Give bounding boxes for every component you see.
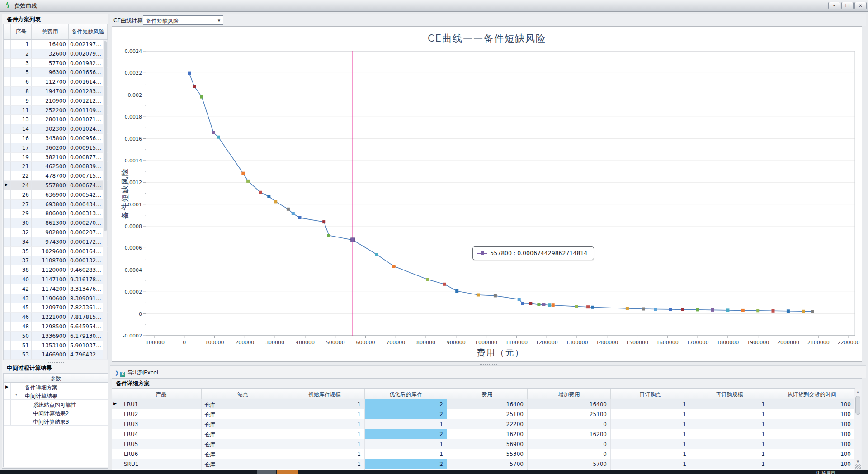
spare-plan-row[interactable]: 4512097007.823361... — [4, 303, 108, 313]
os-taskbar[interactable]: 0:04 周四 — [0, 470, 868, 474]
spare-plan-row[interactable]: 329028000.000207... — [4, 228, 108, 237]
spare-plan-row[interactable]: 3510296000.000164... — [4, 247, 108, 256]
tree-rows: ▶备件详细方案▾中间计算结果系统站点的可靠性中间计算结果2中间计算结果3 — [4, 383, 108, 426]
spare-plan-row[interactable]: 266369000.000542... — [4, 190, 108, 200]
serial-cell: 32 — [11, 228, 32, 237]
spare-plan-row[interactable]: 81947000.001283... — [4, 87, 108, 96]
tree-item[interactable]: 系统站点的可靠性 — [4, 400, 108, 408]
svg-text:0: 0 — [183, 340, 186, 346]
tree-collapse-icon[interactable]: ▾ — [15, 393, 17, 397]
spare-plan-row[interactable]: 3577000.001982... — [4, 59, 108, 68]
ce-curve-chart[interactable]: -0.000200.00020.00040.00060.00080.0010.0… — [112, 27, 863, 362]
taskbar-item[interactable] — [257, 470, 276, 474]
detail-plan-row[interactable]: SRU1仓库125700570011100 — [112, 459, 855, 469]
detail-plan-row[interactable]: LRU2仓库12251002510011100 — [112, 409, 855, 419]
svg-text:500000: 500000 — [326, 340, 345, 346]
spare-plan-row[interactable]: 143023000.001024... — [4, 124, 108, 134]
svg-text:1800000: 1800000 — [717, 340, 739, 346]
spare-plan-row[interactable]: 308613000.000270... — [4, 218, 108, 228]
resize-grip[interactable] — [855, 464, 861, 469]
cost-cell: 22200 — [447, 419, 528, 429]
risk-cell: 0.001071... — [69, 115, 108, 124]
cost-cell: 16200 — [447, 429, 528, 439]
left-scrollbar-thumb[interactable] — [104, 41, 107, 231]
detail-plan-row[interactable]: LRU3仓库1122200011100 — [112, 419, 855, 429]
spare-plan-row[interactable]: 3711087000.000132... — [4, 256, 108, 265]
export-to-excel-button[interactable]: ❯X导出到Excel — [114, 368, 162, 377]
current-row-icon — [4, 134, 11, 143]
optimized-stock-cell: 1 — [365, 439, 447, 449]
spare-plan-row[interactable]: 298060000.000313... — [4, 209, 108, 218]
spare-plan-row[interactable]: 5314669004.796432... — [4, 350, 108, 360]
spare-plan-row[interactable]: 173602000.000915... — [4, 143, 108, 153]
site-cell: 仓库 — [202, 409, 284, 419]
minimize-button[interactable]: – — [828, 2, 840, 9]
close-button[interactable]: ✕ — [854, 2, 867, 9]
taskbar-item-active[interactable] — [277, 470, 298, 474]
spare-plan-row[interactable]: 163438000.000956... — [4, 134, 108, 143]
spare-plan-row[interactable]: 112522000.001109... — [4, 106, 108, 115]
detail-plan-row[interactable]: LRU4仓库12162001620011100 — [112, 429, 855, 439]
serial-cell: 40 — [11, 275, 32, 284]
spare-plan-table[interactable]: 序号 总费用 备件短缺风险 1164000.002197...2326000.0… — [3, 24, 108, 360]
spare-plan-row[interactable]: 132801000.001071... — [4, 115, 108, 124]
risk-cell: 6.179130... — [69, 332, 108, 341]
spare-plan-row[interactable]: 5963000.001656... — [4, 68, 108, 77]
current-row-icon — [4, 106, 11, 115]
spare-plan-row[interactable]: 4812985006.645954... — [4, 322, 108, 332]
spare-plan-row[interactable]: 4211742008.313476... — [4, 284, 108, 294]
spare-plan-row[interactable]: 92109000.001212... — [4, 96, 108, 106]
spare-plan-row[interactable]: ▶245578000.000674... — [4, 181, 108, 190]
spare-plan-row[interactable]: 5013369006.179130... — [4, 332, 108, 341]
detail-plan-row[interactable]: ▶LRU1仓库12164001640011100 — [112, 399, 855, 409]
tree-item-label: 中间计算结果 — [25, 393, 57, 400]
left-table-scrollbar[interactable] — [103, 40, 107, 359]
spare-plan-row[interactable]: 4011471009.316178... — [4, 275, 108, 284]
spare-plan-row[interactable]: 4612210007.817815... — [4, 313, 108, 322]
spare-plan-row[interactable]: 214625000.000839... — [4, 162, 108, 171]
spare-plan-row[interactable]: 1164000.002197... — [4, 40, 108, 49]
detail-plan-row[interactable]: LRU6仓库1155300011100 — [112, 449, 855, 459]
risk-cell: 9.316178... — [69, 275, 108, 284]
scroll-up-icon[interactable]: ▲ — [854, 389, 861, 395]
detail-col-header: 再订购规模 — [690, 389, 769, 399]
spare-plan-row[interactable]: 224787000.000715... — [4, 171, 108, 181]
tree-item[interactable]: 中间计算结果3 — [4, 417, 108, 426]
svg-text:0.002: 0.002 — [128, 92, 142, 98]
spare-plan-row[interactable]: 276938000.000434... — [4, 200, 108, 209]
current-row-icon: ▶ — [112, 399, 121, 409]
spare-plan-panel-title: 备件方案列表 — [2, 14, 108, 24]
spare-plan-row[interactable]: 5113531005.901037... — [4, 341, 108, 351]
detail-plan-row[interactable]: LRU5仓库1156900011100 — [112, 439, 855, 449]
spare-plan-row[interactable]: 3811200009.460283... — [4, 265, 108, 275]
current-row-icon — [4, 341, 11, 351]
reorder-point-cell: 1 — [611, 429, 690, 439]
tree-item[interactable]: 中间计算结果2 — [4, 408, 108, 417]
spare-plan-row[interactable]: 193821000.000877... — [4, 153, 108, 162]
grid-scrollbar-thumb[interactable] — [855, 396, 860, 415]
detail-plan-grid[interactable]: 产品站点初始库存规模优化后的库存费用增加费用再订购点再订购规模从订货到交货的时间… — [112, 388, 855, 471]
reorder-point-cell: 1 — [611, 439, 690, 449]
app-icon: ϟ — [4, 1, 12, 9]
detail-plan-panel: 备件详细方案 产品站点初始库存规模优化后的库存费用增加费用再订购点再订购规模从订… — [112, 378, 862, 470]
spare-plan-row[interactable]: 2326000.002079... — [4, 49, 108, 59]
tree-item[interactable]: ▾中间计算结果 — [4, 391, 108, 400]
serial-cell: 46 — [11, 313, 32, 322]
restore-button[interactable]: ❐ — [841, 2, 854, 9]
grid-scrollbar[interactable]: ▲ ▼ — [854, 389, 861, 471]
added-cost-cell: 5700 — [528, 459, 611, 469]
horizontal-splitter[interactable] — [110, 362, 866, 365]
svg-text:600000: 600000 — [356, 340, 375, 346]
spare-plan-row[interactable]: 4311906008.309091... — [4, 294, 108, 303]
svg-text:1300000: 1300000 — [566, 340, 588, 346]
current-row-icon — [4, 400, 11, 408]
spare-plan-row[interactable]: 349743000.000172... — [4, 237, 108, 247]
ce-chart-panel[interactable]: CE曲线——备件短缺风险 -0.000200.00020.00040.00060… — [112, 26, 862, 362]
current-row-icon — [4, 256, 11, 265]
chevron-down-icon[interactable]: ▼ — [215, 16, 223, 24]
left-splitter[interactable] — [2, 360, 108, 365]
current-row-icon — [4, 391, 11, 399]
tree-item[interactable]: ▶备件详细方案 — [4, 383, 108, 391]
spare-plan-row[interactable]: 61127000.001614... — [4, 77, 108, 87]
risk-type-dropdown[interactable]: 备件短缺风险 ▼ — [143, 15, 223, 25]
